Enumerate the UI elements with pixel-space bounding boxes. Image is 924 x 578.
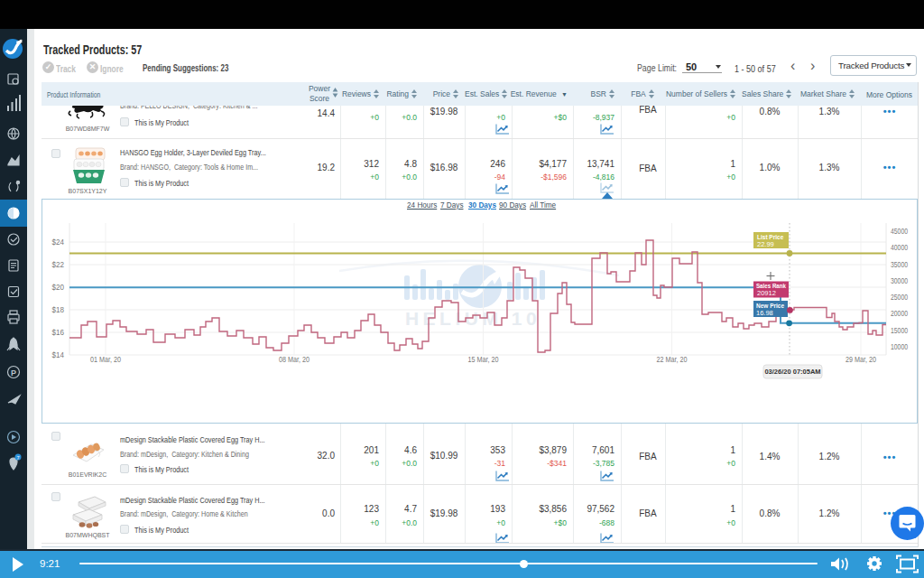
svg-text:$24: $24 bbox=[52, 238, 65, 247]
svg-text:08 Mar, 20: 08 Mar, 20 bbox=[279, 355, 310, 364]
svg-text:20000: 20000 bbox=[891, 309, 908, 318]
svg-text:25000: 25000 bbox=[891, 293, 908, 302]
svg-text:$16: $16 bbox=[52, 328, 65, 337]
svg-text:New Price: New Price bbox=[756, 303, 784, 309]
svg-text:$20: $20 bbox=[52, 283, 65, 292]
svg-text:Sales Rank: Sales Rank bbox=[756, 283, 786, 289]
svg-text:10000: 10000 bbox=[891, 342, 908, 351]
svg-text:30000: 30000 bbox=[891, 276, 908, 285]
svg-text:7: 7 bbox=[16, 455, 19, 461]
svg-text:$14: $14 bbox=[52, 350, 65, 359]
svg-text:$18: $18 bbox=[52, 305, 65, 314]
svg-text:29 Mar, 20: 29 Mar, 20 bbox=[845, 355, 876, 364]
svg-text:22 Mar, 20: 22 Mar, 20 bbox=[657, 355, 688, 364]
svg-text:16.98: 16.98 bbox=[756, 309, 773, 317]
svg-text:20912: 20912 bbox=[757, 289, 776, 297]
svg-text:03/26/20 07:05AM: 03/26/20 07:05AM bbox=[764, 368, 820, 376]
svg-text:22.99: 22.99 bbox=[757, 240, 774, 248]
svg-text:P: P bbox=[11, 368, 16, 378]
svg-text:45000: 45000 bbox=[891, 227, 908, 236]
svg-text:35000: 35000 bbox=[891, 260, 908, 269]
svg-text:01 Mar, 20: 01 Mar, 20 bbox=[90, 355, 121, 364]
svg-text:40000: 40000 bbox=[891, 243, 908, 252]
svg-text:15 Mar, 20: 15 Mar, 20 bbox=[468, 355, 499, 364]
svg-text:$22: $22 bbox=[52, 260, 65, 269]
svg-text:15000: 15000 bbox=[891, 326, 908, 335]
svg-text:List Price: List Price bbox=[757, 234, 784, 240]
